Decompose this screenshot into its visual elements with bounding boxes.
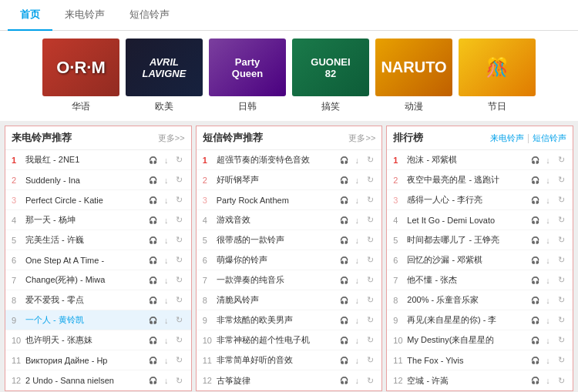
- ringtone-icon[interactable]: [365, 175, 375, 186]
- download-icon[interactable]: [161, 195, 172, 206]
- song-name[interactable]: 回忆的沙漏 - 邓紫棋: [407, 254, 529, 266]
- song-name[interactable]: The Fox - Ylvis: [407, 356, 529, 365]
- ringtone-icon[interactable]: [174, 295, 185, 306]
- tab-home[interactable]: 首页: [8, 0, 52, 31]
- ringtone-icon[interactable]: [365, 295, 375, 306]
- download-icon[interactable]: [543, 275, 553, 286]
- ringtone-icon[interactable]: [174, 355, 185, 366]
- ringtone-icon[interactable]: [556, 375, 566, 386]
- download-icon[interactable]: [161, 375, 172, 386]
- song-name[interactable]: 很带感的一款铃声: [217, 234, 339, 246]
- ringtone-icon[interactable]: [556, 315, 566, 326]
- song-name[interactable]: 完美生活 - 许巍: [25, 234, 148, 246]
- song-name[interactable]: 空城 - 许嵩: [407, 375, 529, 387]
- headphone-icon[interactable]: [338, 215, 349, 226]
- tab-sms[interactable]: 短信铃声: [117, 0, 182, 31]
- song-name[interactable]: 也许明天 - 张惠妹: [25, 334, 148, 346]
- download-icon[interactable]: [161, 235, 172, 246]
- song-name[interactable]: 夜空中最亮的星 - 逃跑计: [407, 174, 529, 186]
- ringtone-icon[interactable]: [556, 335, 566, 346]
- download-icon[interactable]: [351, 355, 362, 366]
- song-name[interactable]: 一款弹奏的纯音乐: [217, 274, 339, 286]
- song-name[interactable]: 非常简单好听的音效: [217, 354, 339, 366]
- download-icon[interactable]: [351, 155, 362, 166]
- headphone-icon[interactable]: [148, 355, 159, 366]
- download-icon[interactable]: [161, 215, 172, 226]
- rank-tab-ringtone[interactable]: 来电铃声: [490, 132, 524, 144]
- headphone-icon[interactable]: [148, 255, 159, 266]
- download-icon[interactable]: [161, 255, 172, 266]
- download-icon[interactable]: [543, 155, 553, 166]
- download-icon[interactable]: [351, 235, 362, 246]
- headphone-icon[interactable]: [529, 255, 540, 266]
- song-name[interactable]: 再见(来自星星的你) - 李: [407, 314, 529, 326]
- ringtone-icon[interactable]: [365, 275, 375, 286]
- headphone-icon[interactable]: [148, 215, 159, 226]
- download-icon[interactable]: [161, 155, 172, 166]
- ringtone-icon[interactable]: [174, 255, 185, 266]
- download-icon[interactable]: [543, 355, 553, 366]
- headphone-icon[interactable]: [338, 295, 349, 306]
- ringtone-icon[interactable]: [174, 335, 185, 346]
- download-icon[interactable]: [543, 195, 553, 206]
- ringtone-icon[interactable]: [174, 155, 185, 166]
- song-name[interactable]: One Step At A Time -: [25, 256, 148, 265]
- download-icon[interactable]: [543, 235, 553, 246]
- download-icon[interactable]: [161, 275, 172, 286]
- ringtone-icon[interactable]: [556, 155, 566, 166]
- headphone-icon[interactable]: [148, 375, 159, 386]
- song-name[interactable]: 一个人 - 黄铃凯: [25, 314, 148, 326]
- download-icon[interactable]: [161, 175, 172, 186]
- song-name[interactable]: 非常神秘的超个性电子机: [217, 334, 339, 346]
- ringtone-icon[interactable]: [556, 215, 566, 226]
- ringtone-icon[interactable]: [365, 195, 375, 206]
- rank-tab-sms[interactable]: 短信铃声: [533, 132, 566, 144]
- panel1-more[interactable]: 更多>>: [158, 132, 185, 144]
- headphone-icon[interactable]: [148, 175, 159, 186]
- category-cn[interactable]: O·R·M 华语: [42, 39, 119, 113]
- song-name[interactable]: Party Rock Anthem: [217, 196, 339, 205]
- category-jk[interactable]: PartyQueen 日韩: [209, 39, 286, 113]
- song-name[interactable]: Perfect Circle - Katie: [25, 196, 148, 205]
- download-icon[interactable]: [543, 335, 553, 346]
- ringtone-icon[interactable]: [556, 355, 566, 366]
- song-name[interactable]: Suddenly - Ina: [25, 176, 148, 185]
- headphone-icon[interactable]: [529, 175, 540, 186]
- category-holiday[interactable]: 🎊 节日: [459, 39, 536, 113]
- download-icon[interactable]: [543, 175, 553, 186]
- headphone-icon[interactable]: [529, 155, 540, 166]
- headphone-icon[interactable]: [338, 335, 349, 346]
- download-icon[interactable]: [351, 255, 362, 266]
- song-name[interactable]: 超强节奏的渐变特色音效: [217, 154, 339, 166]
- song-name[interactable]: 200% - 乐童音乐家: [407, 294, 529, 306]
- song-name[interactable]: 清脆风铃声: [217, 294, 339, 306]
- download-icon[interactable]: [543, 215, 553, 226]
- song-name[interactable]: 他不懂 - 张杰: [407, 274, 529, 286]
- headphone-icon[interactable]: [529, 375, 540, 386]
- ringtone-icon[interactable]: [174, 215, 185, 226]
- download-icon[interactable]: [351, 195, 362, 206]
- song-name[interactable]: 萌爆你的铃声: [217, 254, 339, 266]
- headphone-icon[interactable]: [529, 195, 540, 206]
- song-name[interactable]: My Destiny(来自星星的: [407, 334, 529, 346]
- headphone-icon[interactable]: [338, 315, 349, 326]
- download-icon[interactable]: [543, 295, 553, 306]
- download-icon[interactable]: [543, 255, 553, 266]
- song-name[interactable]: 感得一人心 - 李行亮: [407, 194, 529, 206]
- download-icon[interactable]: [543, 315, 553, 326]
- headphone-icon[interactable]: [529, 235, 540, 246]
- song-name[interactable]: 2 Undo - Sanna nielsen: [25, 376, 148, 385]
- headphone-icon[interactable]: [338, 375, 349, 386]
- ringtone-icon[interactable]: [174, 195, 185, 206]
- ringtone-icon[interactable]: [174, 235, 185, 246]
- ringtone-icon[interactable]: [556, 175, 566, 186]
- ringtone-icon[interactable]: [365, 375, 375, 386]
- download-icon[interactable]: [351, 175, 362, 186]
- ringtone-icon[interactable]: [365, 315, 375, 326]
- headphone-icon[interactable]: [338, 235, 349, 246]
- headphone-icon[interactable]: [338, 255, 349, 266]
- headphone-icon[interactable]: [148, 315, 159, 326]
- download-icon[interactable]: [161, 335, 172, 346]
- headphone-icon[interactable]: [529, 275, 540, 286]
- ringtone-icon[interactable]: [365, 255, 375, 266]
